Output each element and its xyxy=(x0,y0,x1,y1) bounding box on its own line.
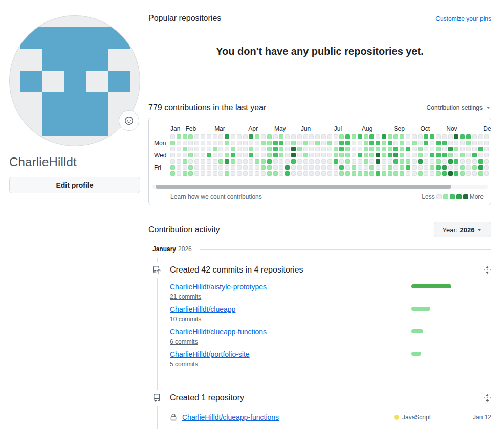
contribution-day-cell[interactable] xyxy=(285,171,290,176)
contribution-day-cell[interactable] xyxy=(448,159,453,164)
contribution-day-cell[interactable] xyxy=(364,141,368,145)
contribution-day-cell[interactable] xyxy=(484,134,489,139)
contribution-day-cell[interactable] xyxy=(400,171,404,176)
contribution-day-cell[interactable] xyxy=(285,159,290,164)
contribution-day-cell[interactable] xyxy=(376,134,380,139)
contribution-day-cell[interactable] xyxy=(255,165,259,170)
contribution-day-cell[interactable] xyxy=(273,165,278,170)
contribution-day-cell[interactable] xyxy=(201,147,205,151)
set-status-button[interactable] xyxy=(119,110,139,131)
contribution-day-cell[interactable] xyxy=(454,141,458,145)
contribution-day-cell[interactable] xyxy=(177,141,181,145)
edit-profile-button[interactable]: Edit profile xyxy=(9,177,140,193)
contribution-day-cell[interactable] xyxy=(267,134,272,139)
contribution-day-cell[interactable] xyxy=(460,159,465,164)
contribution-day-cell[interactable] xyxy=(339,171,344,176)
contribution-day-cell[interactable] xyxy=(388,171,392,176)
contribution-day-cell[interactable] xyxy=(273,159,278,164)
contribution-day-cell[interactable] xyxy=(170,141,175,145)
contribution-day-cell[interactable] xyxy=(273,171,278,176)
contribution-day-cell[interactable] xyxy=(327,141,332,145)
contribution-day-cell[interactable] xyxy=(478,165,483,170)
contribution-day-cell[interactable] xyxy=(412,159,417,164)
commit-count-link[interactable]: 6 commits xyxy=(170,338,198,345)
contribution-day-cell[interactable] xyxy=(243,134,248,139)
contribution-day-cell[interactable] xyxy=(183,134,187,139)
contribution-day-cell[interactable] xyxy=(279,147,283,151)
contribution-day-cell[interactable] xyxy=(255,153,259,157)
contribution-day-cell[interactable] xyxy=(382,165,386,170)
contribution-day-cell[interactable] xyxy=(369,171,374,176)
contribution-day-cell[interactable] xyxy=(255,159,259,164)
contribution-day-cell[interactable] xyxy=(309,171,314,176)
contribution-day-cell[interactable] xyxy=(225,153,229,157)
contribution-day-cell[interactable] xyxy=(315,165,320,170)
contribution-day-cell[interactable] xyxy=(466,159,471,164)
collapse-group-button[interactable] xyxy=(479,266,491,274)
contribution-day-cell[interactable] xyxy=(201,153,205,157)
contribution-day-cell[interactable] xyxy=(291,141,296,145)
contribution-day-cell[interactable] xyxy=(430,141,434,145)
contribution-day-cell[interactable] xyxy=(406,171,410,176)
contribution-day-cell[interactable] xyxy=(194,171,199,176)
contribution-day-cell[interactable] xyxy=(376,147,380,151)
contribution-day-cell[interactable] xyxy=(273,134,278,139)
contribution-day-cell[interactable] xyxy=(327,147,332,151)
contribution-day-cell[interactable] xyxy=(412,171,417,176)
contribution-day-cell[interactable] xyxy=(369,165,374,170)
contribution-day-cell[interactable] xyxy=(412,134,417,139)
contribution-day-cell[interactable] xyxy=(339,147,344,151)
contribution-day-cell[interactable] xyxy=(393,141,398,145)
contribution-day-cell[interactable] xyxy=(188,134,193,139)
contribution-day-cell[interactable] xyxy=(339,153,344,157)
contribution-day-cell[interactable] xyxy=(400,159,404,164)
contribution-day-cell[interactable] xyxy=(364,165,368,170)
contribution-day-cell[interactable] xyxy=(436,141,441,145)
contribution-day-cell[interactable] xyxy=(321,134,326,139)
contribution-day-cell[interactable] xyxy=(460,147,465,151)
contribution-day-cell[interactable] xyxy=(382,147,386,151)
contribution-day-cell[interactable] xyxy=(466,153,471,157)
contribution-day-cell[interactable] xyxy=(218,165,223,170)
contribution-day-cell[interactable] xyxy=(478,159,483,164)
contribution-day-cell[interactable] xyxy=(418,141,423,145)
contribution-day-cell[interactable] xyxy=(412,153,417,157)
contribution-day-cell[interactable] xyxy=(309,141,314,145)
repo-link[interactable]: CharlieHilldt/aistyle-prototypes xyxy=(170,283,267,291)
contribution-day-cell[interactable] xyxy=(376,171,380,176)
contribution-day-cell[interactable] xyxy=(334,165,338,170)
contribution-day-cell[interactable] xyxy=(213,141,217,145)
contribution-day-cell[interactable] xyxy=(188,159,193,164)
contribution-day-cell[interactable] xyxy=(424,153,428,157)
contribution-day-cell[interactable] xyxy=(345,147,350,151)
contribution-day-cell[interactable] xyxy=(194,147,199,151)
contribution-day-cell[interactable] xyxy=(231,141,235,145)
contribution-day-cell[interactable] xyxy=(194,159,199,164)
contribution-day-cell[interactable] xyxy=(303,153,308,157)
contribution-day-cell[interactable] xyxy=(454,159,458,164)
contribution-day-cell[interactable] xyxy=(315,141,320,145)
contribution-day-cell[interactable] xyxy=(364,153,368,157)
contribution-day-cell[interactable] xyxy=(334,147,338,151)
contribution-day-cell[interactable] xyxy=(424,171,428,176)
contribution-day-cell[interactable] xyxy=(376,159,380,164)
contribution-day-cell[interactable] xyxy=(339,165,344,170)
customize-pins-link[interactable]: Customize your pins xyxy=(435,15,491,22)
contribution-day-cell[interactable] xyxy=(460,134,465,139)
contribution-day-cell[interactable] xyxy=(382,134,386,139)
contribution-day-cell[interactable] xyxy=(249,165,253,170)
contribution-day-cell[interactable] xyxy=(436,134,441,139)
contribution-day-cell[interactable] xyxy=(364,159,368,164)
commit-count-link[interactable]: 10 commits xyxy=(170,315,201,323)
contribution-day-cell[interactable] xyxy=(430,159,434,164)
repo-link[interactable]: CharlieHilldt/clueapp-functions xyxy=(182,413,279,421)
contribution-day-cell[interactable] xyxy=(382,153,386,157)
contribution-day-cell[interactable] xyxy=(291,171,296,176)
contribution-day-cell[interactable] xyxy=(303,147,308,151)
contribution-day-cell[interactable] xyxy=(315,171,320,176)
contribution-day-cell[interactable] xyxy=(472,171,477,176)
contribution-day-cell[interactable] xyxy=(321,141,326,145)
contribution-day-cell[interactable] xyxy=(364,147,368,151)
contribution-day-cell[interactable] xyxy=(358,141,362,145)
contribution-day-cell[interactable] xyxy=(400,141,404,145)
